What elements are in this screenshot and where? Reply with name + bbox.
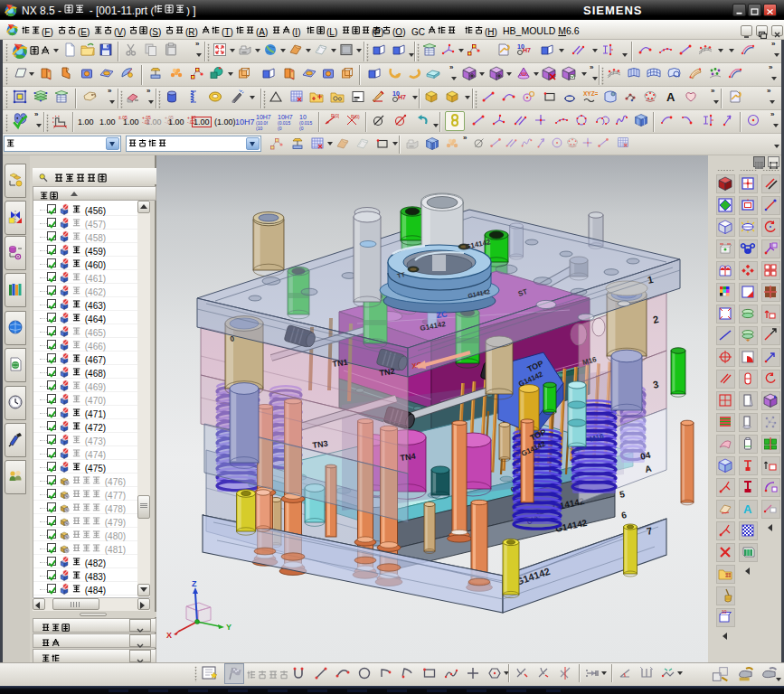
svg-text:A: A <box>666 90 675 104</box>
svg-text:5: 5 <box>619 489 626 500</box>
svg-text:ZC: ZC <box>436 309 449 320</box>
svg-text:XYZ=: XYZ= <box>583 90 598 97</box>
svg-text:R(0): R(0) <box>351 114 360 119</box>
svg-text:X: X <box>166 631 172 640</box>
svg-text:R(0): R(0) <box>331 113 339 118</box>
svg-text:A: A <box>743 502 752 516</box>
svg-text:10: 10 <box>722 609 727 614</box>
svg-text:Z: Z <box>192 579 197 588</box>
svg-text:6: 6 <box>620 510 628 520</box>
svg-text:H7: H7 <box>398 94 406 100</box>
svg-text:Y: Y <box>226 623 231 632</box>
svg-text:H7: H7 <box>523 47 531 53</box>
